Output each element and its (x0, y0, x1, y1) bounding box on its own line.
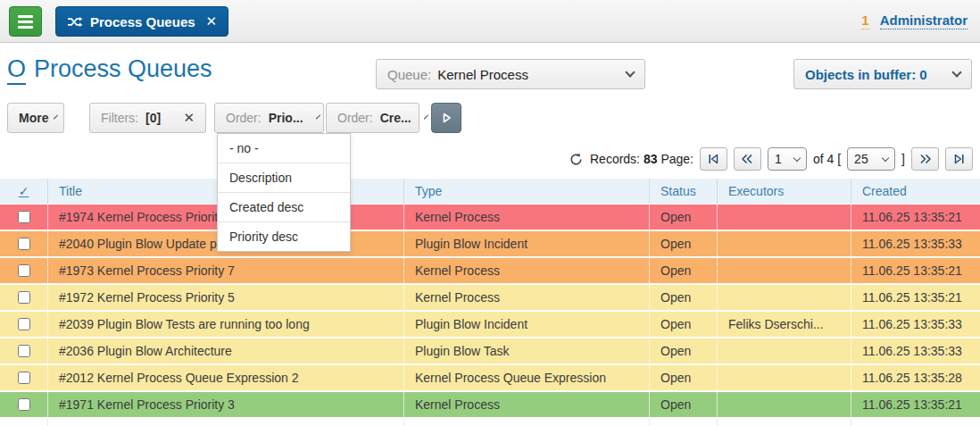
filters-count: [0] (145, 111, 161, 125)
table-row[interactable]: #1973 Kernel Process Priority 7 Kernel P… (0, 258, 980, 283)
row-checkbox[interactable] (18, 345, 30, 357)
cell-status: Open (649, 312, 717, 337)
menu-item-created-desc[interactable]: Created desc (218, 192, 350, 221)
cell-type: Kernel Process (403, 258, 649, 283)
cell-title: #1971 Kernel Process Priority 3 (47, 392, 403, 417)
play-icon (440, 112, 453, 124)
first-page-button[interactable] (700, 147, 727, 171)
filters-label: Filters: (101, 111, 138, 125)
cell-created: 11.06.25 13:35:33 (851, 312, 980, 337)
user-menu-link[interactable]: Administrator (880, 13, 968, 29)
cell-type: Kernel Process (403, 392, 649, 417)
filters-button[interactable]: Filters: [0] ✕ (89, 103, 206, 133)
cell-executors (717, 338, 851, 363)
more-button[interactable]: More (7, 103, 64, 133)
chevron-down-icon (951, 67, 961, 77)
pagination-bar: Records: 83 Page: 1 of 4 [ 25 ] (569, 146, 973, 172)
cell-executors (717, 285, 851, 310)
cell-type: Kernel Process (403, 285, 649, 310)
notification-count[interactable]: 1 (861, 13, 868, 29)
order-label: Order: (337, 111, 373, 125)
select-all-link[interactable]: ✓ (19, 184, 29, 198)
order-primary-select[interactable]: Order: Prio... (214, 103, 324, 133)
close-icon[interactable]: ✕ (206, 13, 218, 29)
page-of-label: of 4 [ (813, 152, 841, 166)
order-secondary-select[interactable]: Order: Cre... (326, 103, 419, 133)
table-row[interactable]: #2036 Plugin Blow Architecture Plugin Bl… (0, 338, 980, 363)
clear-filters-icon[interactable]: ✕ (183, 110, 195, 126)
cell-type: Kernel Process Queue Expression (403, 365, 649, 390)
object-type-icon[interactable]: O (7, 56, 26, 85)
next-page-button[interactable] (911, 147, 939, 171)
cell-title: #1973 Kernel Process Priority 7 (47, 258, 403, 283)
prev-page-button[interactable] (734, 147, 761, 171)
column-header-type[interactable]: Type (403, 179, 649, 204)
chevron-down-icon (625, 67, 635, 77)
last-page-button[interactable] (945, 147, 973, 171)
chevron-down-icon (424, 114, 428, 119)
menu-item-priority-desc[interactable]: Priority desc (218, 221, 350, 251)
cell-created: 11.06.25 13:35:33 (851, 338, 980, 363)
user-area: 1 Administrator (861, 13, 968, 29)
cell-title: #1972 Kernel Process Priority 5 (47, 285, 403, 310)
table-row[interactable]: #1974 Kernel Process Priority Kernel Pro… (0, 205, 980, 230)
row-checkbox[interactable] (18, 318, 30, 330)
menu-item-no[interactable]: - no - (218, 134, 350, 163)
row-checkbox[interactable] (18, 211, 30, 223)
refresh-icon[interactable] (569, 152, 584, 167)
cell-executors (717, 231, 851, 256)
page-size-select[interactable]: 25 (847, 147, 895, 171)
cell-executors: Feliks Dserschi... (717, 312, 851, 337)
row-checkbox[interactable] (18, 372, 30, 384)
queue-select-value: Kernel Process (437, 67, 528, 82)
cell-created: 11.06.25 13:35:21 (851, 205, 980, 230)
cell-created: 11.06.25 13:35:21 (851, 258, 980, 283)
objects-in-buffer-label: Objects in buffer: 0 (805, 67, 927, 82)
table-row[interactable]: #2040 Plugin Blow Update problem Plugin … (0, 231, 980, 256)
tab-process-queues[interactable]: Process Queues ✕ (55, 6, 228, 37)
table-row[interactable]: #1972 Kernel Process Priority 5 Kernel P… (0, 285, 980, 310)
cell-title: #2012 Kernel Process Queue Expression 2 (47, 365, 403, 390)
row-checkbox[interactable] (18, 264, 30, 277)
objects-in-buffer-select[interactable]: Objects in buffer: 0 (793, 59, 972, 89)
cell-status: Open (649, 231, 717, 256)
records-summary: Records: 83 Page: (590, 152, 693, 166)
next-page-icon (919, 154, 932, 164)
order-dropdown-menu: - no - Description Created desc Priority… (217, 133, 351, 252)
hamburger-icon[interactable] (9, 6, 42, 37)
run-button[interactable] (431, 103, 461, 133)
row-checkbox[interactable] (18, 398, 30, 411)
cell-type: Plugin Blow Incident (403, 312, 649, 337)
cell-executors (717, 392, 851, 417)
queue-select[interactable]: Queue: Kernel Process (376, 59, 645, 89)
order-primary-value: Prio... (269, 111, 303, 125)
cell-type: Plugin Blow Incident (403, 231, 649, 256)
cell-type: Kernel Process (403, 205, 649, 230)
column-header-status[interactable]: Status (649, 179, 717, 204)
column-header-created[interactable]: Created (851, 179, 980, 204)
cell-status: Open (649, 285, 717, 310)
menu-item-description[interactable]: Description (218, 163, 350, 192)
more-button-label: More (19, 111, 48, 125)
page-number-select[interactable]: 1 (768, 147, 807, 171)
table-row[interactable]: #1971 Kernel Process Priority 3 Kernel P… (0, 392, 980, 417)
table-row[interactable]: #2012 Kernel Process Queue Expression 2 … (0, 365, 980, 390)
process-queues-screen: Process Queues ✕ 1 Administrator O Proce… (0, 0, 980, 426)
cell-executors (717, 365, 851, 390)
prev-page-icon (741, 154, 753, 164)
table-row[interactable]: #2039 Plugin Blow Tests are running too … (0, 312, 980, 337)
cell-type: Plugin Blow Task (403, 338, 649, 363)
page-number-value: 1 (775, 152, 782, 166)
page-title: Process Queues (34, 55, 212, 83)
last-page-icon (953, 154, 965, 164)
row-checkbox[interactable] (18, 291, 30, 304)
row-checkbox[interactable] (18, 238, 30, 250)
cell-created: 11.06.25 13:35:33 (851, 231, 980, 256)
column-header-executors[interactable]: Executors (717, 179, 851, 204)
tab-label: Process Queues (90, 14, 195, 29)
process-queue-table: ✓ Title Type Status Executors Created #1… (0, 179, 980, 426)
top-bar: Process Queues ✕ 1 Administrator (0, 0, 980, 43)
chevron-down-icon (54, 114, 58, 119)
order-label: Order: (226, 111, 262, 125)
cell-status: Open (649, 392, 717, 417)
